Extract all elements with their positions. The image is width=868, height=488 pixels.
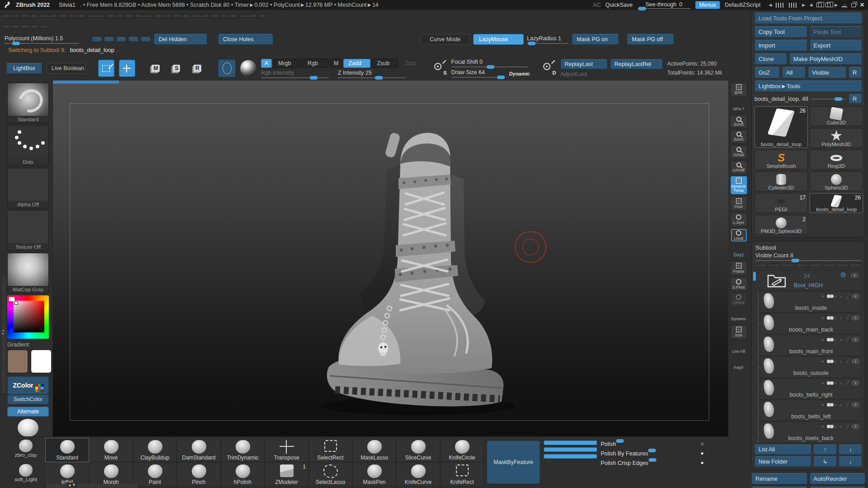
menu-item[interactable] — [11, 25, 19, 28]
brush-cell[interactable]: SelectRect — [308, 438, 352, 462]
poly-target-button[interactable] — [104, 37, 114, 42]
menu-item[interactable] — [154, 14, 162, 18]
tool-thumbnail[interactable]: 2 PM3D_Sphere3D — [754, 215, 808, 235]
replay-last-rel-button[interactable]: ReplayLastRel — [610, 59, 663, 69]
polish-slider[interactable]: Polish ○ — [601, 441, 705, 447]
goz-mini-icon[interactable]: ◂ — [821, 293, 824, 299]
new-folder-button[interactable]: New Folder — [754, 456, 811, 467]
visibility-tab[interactable] — [849, 264, 862, 267]
tool-thumbnail[interactable]: Ring3D — [810, 150, 863, 170]
goz-mini-icon[interactable]: ◂ — [821, 423, 824, 429]
shelf-thumbnail[interactable]: Alpha Off — [7, 168, 49, 208]
shelf-thumbnail[interactable]: Standard — [7, 83, 49, 123]
shelf-toggle-button[interactable]: SPix 7 — [730, 99, 747, 113]
visibility-tab[interactable] — [809, 264, 821, 267]
brush-cell[interactable]: Pinch — [177, 462, 221, 487]
tool-r-button[interactable]: R — [849, 94, 862, 104]
shelf-toggle-button[interactable]: AAHalf — [730, 161, 747, 174]
shelf-toggle-button[interactable]: Dynamic Persp — [730, 176, 747, 195]
active-tool-slider[interactable]: boots_detail_loop. 49 R — [754, 94, 862, 104]
subtool-down-button[interactable]: ↓ — [839, 445, 862, 455]
poly-target-button[interactable] — [116, 37, 126, 42]
menu-item[interactable] — [106, 14, 114, 18]
zsub-button[interactable]: Zsub — [372, 59, 398, 68]
visibility-tab[interactable] — [795, 264, 808, 267]
make-polymesh3d-button[interactable]: Make PolyMesh3D — [789, 53, 862, 65]
brush-mini-icon[interactable]: ╱ — [846, 402, 849, 407]
shelf-toggle-button[interactable]: Actual — [730, 145, 747, 159]
menu-item[interactable] — [135, 14, 143, 18]
contrast-mini-icon[interactable]: ◐ — [840, 294, 843, 299]
visibility-tab[interactable] — [754, 264, 767, 267]
tool-thumbnail[interactable]: Cube3D — [810, 106, 863, 126]
subtool-row[interactable]: ◂ ◑ ◐ ╱ boots_main_front — [760, 335, 862, 356]
brush-cell[interactable]: Morph — [89, 462, 133, 487]
mask-by-feature-button[interactable]: MaskByFeature — [487, 441, 540, 484]
menu-item[interactable] — [116, 14, 124, 18]
menus-button[interactable]: Menus — [695, 1, 721, 9]
tool-thumbnail[interactable]: 26 boots_detail_loop — [754, 106, 808, 148]
shelf-toggle-button[interactable]: S.Pivot — [730, 277, 747, 291]
brush-thumbnail[interactable]: soft_Light — [10, 464, 42, 488]
alternate-button[interactable]: Alternate — [7, 407, 49, 417]
color-picker[interactable] — [7, 295, 49, 339]
dock-left-icon[interactable]: ◀ — [809, 3, 812, 7]
moon-mini-icon[interactable]: ◑ — [834, 380, 837, 386]
window-layout-icon[interactable] — [816, 3, 821, 7]
contrast-mini-icon[interactable]: ◐ — [840, 337, 843, 342]
current-material-sphere[interactable] — [240, 60, 256, 76]
paint-mini-icon[interactable] — [827, 316, 830, 320]
import-button[interactable]: Import — [754, 40, 807, 51]
shelf-toggle-button[interactable]: Frame — [730, 261, 747, 275]
brush-cell[interactable]: KnifeRect — [440, 462, 484, 487]
brush-cell[interactable]: MaskLasso — [352, 438, 396, 462]
paint-mini-icon[interactable] — [827, 360, 830, 363]
menu-item[interactable] — [182, 14, 190, 18]
default-zscript-button[interactable]: DefaultZScript — [725, 2, 760, 8]
menu-item[interactable] — [59, 14, 67, 18]
brush-cell[interactable]: ClayBuildup — [133, 438, 177, 462]
menu-item[interactable] — [163, 14, 171, 18]
live-boolean-button[interactable]: Live Boolean — [47, 63, 85, 74]
tray-scroll-handle[interactable] — [47, 484, 138, 488]
edit-mode-button[interactable] — [98, 60, 114, 77]
shelf-toggle-button[interactable]: PolyF — [730, 357, 747, 372]
visibility-tab[interactable] — [822, 264, 835, 267]
brush-cell[interactable]: Transpose — [265, 438, 308, 462]
left-tray-scroll-handle[interactable] — [2, 275, 6, 393]
restore-button[interactable] — [851, 3, 856, 7]
menu-item[interactable] — [30, 25, 38, 28]
menu-item[interactable] — [2, 25, 10, 28]
del-hidden-button[interactable]: Del Hidden — [154, 34, 207, 45]
stroke-type-icon[interactable]: S — [433, 61, 447, 76]
mbf-option-button[interactable] — [544, 447, 597, 452]
goz-r-button[interactable]: R — [849, 67, 862, 78]
contrast-mini-icon[interactable]: ◐ — [840, 424, 843, 429]
scale-mode-button[interactable]: S — [168, 60, 185, 77]
goz-button[interactable]: GoZ — [754, 67, 780, 78]
mbf-option-button[interactable] — [544, 441, 597, 445]
move-out-folder-button[interactable]: ↓ — [839, 456, 862, 467]
brush-cell[interactable]: Standard — [45, 438, 89, 462]
goz-mini-icon[interactable]: ◂ — [821, 380, 824, 386]
lightbox-button[interactable]: LightBox — [6, 63, 42, 74]
goz-visible-button[interactable]: Visible — [808, 67, 846, 78]
eye-icon[interactable] — [852, 316, 859, 320]
visibility-tab[interactable] — [782, 264, 794, 267]
menu-item[interactable] — [125, 14, 133, 18]
draw-mode-button[interactable] — [119, 60, 135, 77]
menu-item[interactable] — [30, 14, 38, 18]
mask-pg-off-button[interactable]: Mask PG off — [627, 34, 674, 45]
quicksave-button[interactable]: QuickSave — [605, 2, 632, 8]
menu-item[interactable] — [21, 25, 29, 28]
polycount-slider[interactable]: Polycount (Millions) 1.5 — [5, 35, 79, 44]
polish-toggle-icon[interactable]: ● — [701, 460, 704, 466]
adjust-last-button[interactable]: AdjustLast — [560, 71, 663, 77]
tool-thumbnail[interactable]: Sphere3D — [810, 171, 863, 191]
eye-icon[interactable] — [852, 294, 859, 298]
shelf-toggle-button[interactable]: Dynamic — [730, 308, 747, 323]
tool-thumbnail[interactable]: PolyMesh3D — [810, 128, 863, 148]
polish-toggle-icon[interactable]: ○ — [701, 441, 704, 447]
rgb-button[interactable]: Rgb — [303, 59, 329, 68]
move-into-folder-button[interactable]: ↳ — [813, 456, 837, 467]
